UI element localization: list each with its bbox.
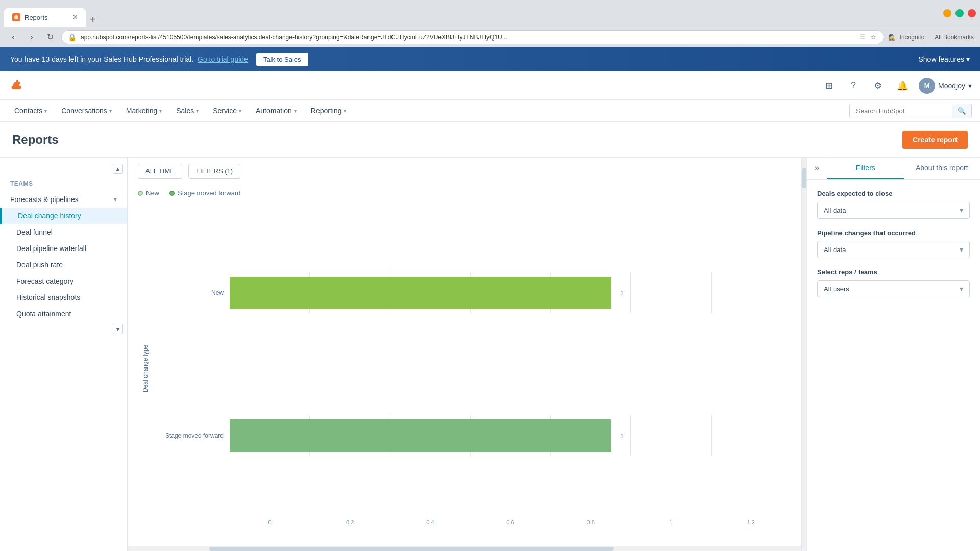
conversations-chevron: ▾ bbox=[109, 108, 112, 114]
nav-marketing[interactable]: Marketing ▾ bbox=[120, 100, 168, 122]
x-tick-3: 0.6 bbox=[470, 519, 550, 525]
chart-container: Deal change type New bbox=[128, 201, 801, 546]
sidebar-item-deal-funnel[interactable]: Deal funnel bbox=[0, 224, 127, 240]
trial-text: You have 13 days left in your Sales Hub … bbox=[10, 55, 193, 63]
nav-automation[interactable]: Automation ▾ bbox=[250, 100, 303, 122]
trial-banner: You have 13 days left in your Sales Hub … bbox=[0, 47, 980, 71]
incognito-icon: 🕵 bbox=[888, 34, 896, 41]
chart-bar-new[interactable]: 1 bbox=[230, 277, 611, 309]
tab-favicon bbox=[12, 13, 20, 21]
minimize-btn[interactable]: − bbox=[943, 9, 951, 17]
chart-row-new: New bbox=[157, 272, 791, 313]
create-report-btn[interactable]: Create report bbox=[902, 131, 968, 149]
forecasts-chevron: ▾ bbox=[114, 196, 117, 203]
main-nav: Contacts ▾ Conversations ▾ Marketing ▾ S… bbox=[0, 100, 980, 122]
pipeline-changes-chevron: ▾ bbox=[960, 245, 963, 254]
nav-sales[interactable]: Sales ▾ bbox=[170, 100, 205, 122]
chart-row-label-stage: Stage moved forward bbox=[157, 432, 224, 439]
right-panel: » Filters About this report Deals expect… bbox=[806, 158, 980, 551]
sidebar-item-deal-pipeline-waterfall[interactable]: Deal pipeline waterfall bbox=[0, 240, 127, 257]
deals-expected-chevron: ▾ bbox=[960, 206, 963, 214]
sidebar-item-forecasts[interactable]: Forecasts & pipelines ▾ bbox=[0, 191, 127, 208]
tab-close-btn[interactable]: × bbox=[73, 13, 78, 22]
help-icon[interactable]: ? bbox=[845, 78, 862, 94]
close-btn[interactable]: × bbox=[968, 9, 976, 17]
chart-rows: New bbox=[157, 211, 791, 517]
x-tick-2: 0.4 bbox=[390, 519, 470, 525]
refresh-btn[interactable]: ↻ bbox=[43, 30, 57, 44]
marketplace-icon[interactable]: ⊞ bbox=[821, 78, 837, 94]
nav-reporting[interactable]: Reporting ▾ bbox=[305, 100, 353, 122]
bookmarks-label: All Bookmarks bbox=[935, 34, 974, 41]
x-axis: 0 0.2 0.4 0.6 0.8 1 1.2 bbox=[157, 519, 791, 525]
page-title: Reports bbox=[12, 133, 59, 147]
legend-new-dot bbox=[138, 191, 143, 196]
chart-inner: Deal change type New bbox=[138, 211, 791, 525]
browser-chrome: Reports × + − □ × bbox=[0, 0, 980, 27]
chart-plot: New bbox=[157, 211, 791, 525]
hs-logo[interactable] bbox=[8, 78, 24, 94]
active-tab[interactable]: Reports × bbox=[4, 8, 86, 27]
chart-bar-area-new: 1 bbox=[230, 272, 791, 313]
nav-contacts[interactable]: Contacts ▾ bbox=[8, 100, 53, 122]
back-btn[interactable]: ‹ bbox=[6, 30, 20, 44]
new-tab-btn[interactable]: + bbox=[86, 12, 100, 27]
filters-btn[interactable]: FILTERS (1) bbox=[188, 164, 240, 179]
star-icon[interactable]: ☆ bbox=[869, 33, 877, 41]
hs-topnav: ⊞ ? ⚙ 🔔 M Moodjoy ▾ bbox=[0, 71, 980, 100]
address-bar[interactable]: 🔒 app.hubspot.com/reports-list/45105500/… bbox=[61, 30, 884, 44]
talk-to-sales-btn[interactable]: Talk to Sales bbox=[256, 53, 308, 66]
search-input[interactable] bbox=[850, 104, 952, 118]
sidebar-item-deal-change-history[interactable]: Deal change history bbox=[0, 208, 127, 224]
sidebar-scroll-down-btn[interactable]: ▼ bbox=[113, 324, 123, 334]
incognito-label: Incognito bbox=[900, 34, 925, 41]
chart-bar-stage[interactable]: 1 bbox=[230, 419, 611, 452]
forward-btn[interactable]: › bbox=[24, 30, 39, 44]
x-tick-4: 0.8 bbox=[551, 519, 631, 525]
maximize-btn[interactable]: □ bbox=[955, 9, 964, 17]
sidebar-item-deal-push-rate[interactable]: Deal push rate bbox=[0, 257, 127, 273]
all-time-filter-btn[interactable]: ALL TIME bbox=[138, 164, 182, 179]
sidebar-scroll-up-btn[interactable]: ▲ bbox=[113, 164, 123, 174]
right-panel-header: » Filters About this report bbox=[807, 158, 980, 180]
deals-expected-select[interactable]: All data ▾ bbox=[817, 202, 970, 219]
reps-teams-chevron: ▾ bbox=[960, 285, 963, 293]
filter-reps-teams: Select reps / teams All users ▾ bbox=[817, 268, 970, 297]
legend-new-label: New bbox=[146, 189, 159, 197]
show-features-label: Show features bbox=[919, 55, 965, 63]
user-name: Moodjoy bbox=[938, 82, 965, 90]
nav-search[interactable]: 🔍 bbox=[849, 104, 972, 118]
sidebar-item-quota-attainment[interactable]: Quota attainment bbox=[0, 306, 127, 322]
panel-content: Deals expected to close All data ▾ Pipel… bbox=[807, 180, 980, 308]
search-btn[interactable]: 🔍 bbox=[952, 104, 971, 118]
notifications-icon[interactable]: 🔔 bbox=[894, 78, 911, 94]
chart-h-scrollbar[interactable] bbox=[128, 546, 801, 551]
chart-v-scrollbar[interactable] bbox=[801, 158, 806, 551]
reps-teams-select[interactable]: All users ▾ bbox=[817, 280, 970, 297]
svg-point-1 bbox=[18, 81, 20, 84]
reader-icon: ☰ bbox=[858, 33, 866, 41]
panel-tab-about[interactable]: About this report bbox=[904, 158, 981, 179]
pipeline-changes-select[interactable]: All data ▾ bbox=[817, 241, 970, 258]
panel-tab-filters[interactable]: Filters bbox=[827, 158, 904, 179]
panel-expand-btn[interactable]: » bbox=[807, 158, 827, 178]
show-features-btn[interactable]: Show features ▾ bbox=[919, 55, 970, 63]
x-tick-1: 0.2 bbox=[310, 519, 390, 525]
x-tick-0: 0 bbox=[230, 519, 310, 525]
settings-icon[interactable]: ⚙ bbox=[870, 78, 886, 94]
nav-conversations[interactable]: Conversations ▾ bbox=[55, 100, 118, 122]
chart-row-stage: Stage moved forward bbox=[157, 415, 791, 456]
filter-pipeline-changes: Pipeline changes that occurred All data … bbox=[817, 229, 970, 258]
sidebar-item-forecast-category[interactable]: Forecast category bbox=[0, 273, 127, 289]
svg-point-0 bbox=[14, 15, 18, 19]
service-chevron: ▾ bbox=[239, 108, 241, 114]
chart-bar-value-stage: 1 bbox=[620, 432, 624, 440]
contacts-chevron: ▾ bbox=[44, 108, 47, 114]
reporting-chevron: ▾ bbox=[344, 108, 346, 114]
trial-guide-link[interactable]: Go to trial guide bbox=[198, 55, 248, 63]
main-content: ▲ Teams Forecasts & pipelines ▾ Deal cha… bbox=[0, 158, 980, 551]
user-menu[interactable]: M Moodjoy ▾ bbox=[919, 78, 972, 94]
sidebar-item-historical-snapshots[interactable]: Historical snapshots bbox=[0, 289, 127, 306]
legend-new: New bbox=[138, 189, 159, 197]
nav-service[interactable]: Service ▾ bbox=[207, 100, 248, 122]
